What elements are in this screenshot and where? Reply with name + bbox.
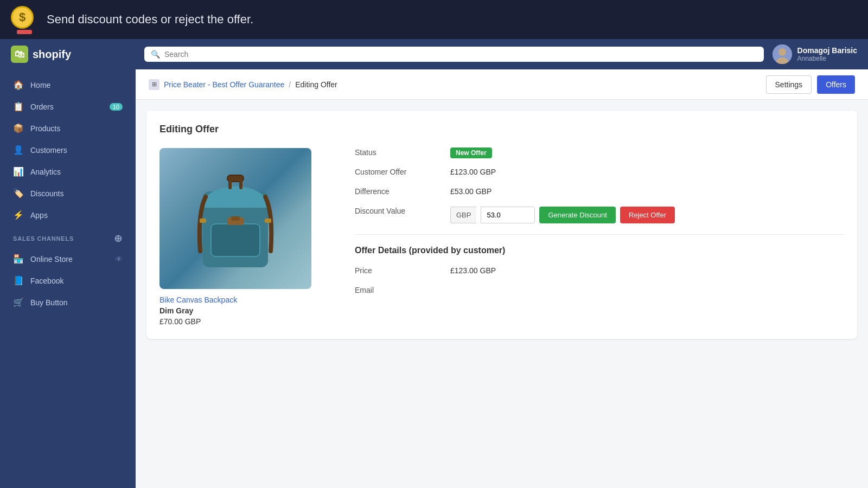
sidebar-label-customers: Customers — [30, 146, 67, 155]
discount-value-row: Discount Value GBP Generate Discount Rej… — [355, 207, 844, 223]
customer-offer-row: Customer Offer £123.00 GBP — [355, 168, 844, 176]
svg-rect-6 — [239, 179, 242, 189]
email-label: Email — [355, 286, 442, 294]
sidebar-item-buy-button[interactable]: 🛒 Buy Button — [4, 292, 131, 313]
sidebar-item-analytics[interactable]: 📊 Analytics — [4, 161, 131, 182]
currency-label: GBP — [450, 207, 476, 223]
product-price: £70.00 GBP — [159, 317, 333, 326]
sales-channels-label: SALES CHANNELS — [13, 235, 74, 242]
banner-text: Send discount codes or reject the offer. — [47, 12, 253, 27]
main-content: ⊞ Price Beater - Best Offer Guarantee / … — [136, 69, 868, 488]
analytics-icon: 📊 — [13, 166, 24, 177]
sales-channels-header: SALES CHANNELS ⊕ — [4, 226, 131, 248]
breadcrumb-bar: ⊞ Price Beater - Best Offer Guarantee / … — [136, 69, 868, 100]
eye-icon[interactable]: 👁 — [115, 255, 123, 264]
email-row: Email — [355, 286, 844, 294]
svg-rect-9 — [231, 216, 240, 221]
customers-icon: 👤 — [13, 145, 24, 155]
status-badge: New Offer — [450, 147, 492, 158]
discount-value-label: Discount Value — [355, 207, 442, 215]
details-section: Status New Offer Customer Offer £123.00 … — [355, 148, 844, 326]
sidebar-label-facebook: Facebook — [30, 277, 63, 285]
coin-icon: $ — [11, 6, 34, 29]
user-name: Domagoj Barisic — [797, 46, 857, 55]
product-image — [159, 148, 311, 289]
price-row: Price £123.00 GBP — [355, 266, 844, 275]
discounts-icon: 🏷️ — [13, 188, 24, 198]
status-label: Status — [355, 148, 442, 157]
offer-grid: Bike Canvas Backpack Dim Gray £70.00 GBP… — [159, 148, 844, 326]
breadcrumb-actions: Settings Offers — [766, 75, 855, 94]
customer-offer-value: £123.00 GBP — [450, 168, 496, 176]
breadcrumb: ⊞ Price Beater - Best Offer Guarantee / … — [149, 79, 337, 90]
status-value: New Offer — [450, 148, 492, 157]
main-layout: 🏠 Home 📋 Orders 10 📦 Products 👤 Customer… — [0, 69, 868, 488]
shopify-logo-text: shopify — [33, 48, 71, 61]
product-name[interactable]: Bike Canvas Backpack — [159, 296, 333, 304]
editing-offer-card: Editing Offer — [146, 111, 857, 339]
svg-rect-11 — [265, 219, 271, 223]
customer-offer-label: Customer Offer — [355, 168, 442, 176]
sidebar-item-facebook[interactable]: 📘 Facebook — [4, 270, 131, 291]
shopify-logo-icon: 🛍 — [11, 46, 28, 63]
sidebar-item-home[interactable]: 🏠 Home — [4, 74, 131, 95]
app-grid-icon: ⊞ — [149, 79, 159, 90]
user-details: Domagoj Barisic Annabelle — [797, 46, 857, 62]
user-info: Domagoj Barisic Annabelle — [773, 44, 857, 64]
offers-button[interactable]: Offers — [817, 75, 855, 94]
home-icon: 🏠 — [13, 80, 24, 90]
header: 🛍 shopify 🔍 Domagoj Barisic Annabelle — [0, 39, 868, 69]
sidebar-label-online-store: Online Store — [30, 255, 73, 264]
sidebar-label-products: Products — [30, 124, 60, 133]
settings-button[interactable]: Settings — [766, 75, 812, 94]
sidebar-label-home: Home — [30, 81, 50, 89]
shopify-logo: 🛍 shopify — [11, 46, 136, 63]
sidebar-label-buy-button: Buy Button — [30, 298, 68, 307]
user-subtitle: Annabelle — [797, 55, 857, 62]
search-bar[interactable]: 🔍 — [144, 47, 764, 62]
svg-rect-5 — [228, 179, 232, 189]
sidebar-item-apps[interactable]: ⚡ Apps — [4, 204, 131, 226]
svg-rect-7 — [211, 224, 260, 256]
breadcrumb-separator: / — [289, 80, 291, 89]
orders-icon: 📋 — [13, 101, 24, 112]
sidebar-item-products[interactable]: 📦 Products — [4, 118, 131, 139]
discount-input[interactable] — [481, 207, 535, 223]
sidebar-item-customers[interactable]: 👤 Customers — [4, 139, 131, 160]
price-label: Price — [355, 266, 442, 275]
search-input[interactable] — [164, 50, 757, 59]
product-variant: Dim Gray — [159, 306, 333, 315]
online-store-icon: 🏪 — [13, 254, 24, 264]
products-icon: 📦 — [13, 123, 24, 133]
svg-point-1 — [778, 48, 786, 56]
discount-input-group: GBP Generate Discount Reject Offer — [450, 207, 675, 223]
coin-stand — [17, 30, 32, 34]
product-section: Bike Canvas Backpack Dim Gray £70.00 GBP — [159, 148, 333, 326]
banner-icon: $ — [11, 6, 38, 33]
sidebar-item-online-store[interactable]: 🏪 Online Store 👁 — [4, 248, 131, 269]
divider — [355, 234, 844, 235]
avatar — [773, 44, 792, 64]
sidebar-label-orders: Orders — [30, 102, 54, 111]
sidebar-item-discounts[interactable]: 🏷️ Discounts — [4, 183, 131, 204]
sidebar-label-discounts: Discounts — [30, 189, 63, 198]
facebook-icon: 📘 — [13, 275, 24, 286]
generate-discount-button[interactable]: Generate Discount — [539, 207, 615, 223]
add-channel-icon[interactable]: ⊕ — [114, 233, 123, 245]
search-icon: 🔍 — [151, 50, 160, 59]
breadcrumb-app-name[interactable]: Price Beater - Best Offer Guarantee — [164, 80, 284, 89]
offer-details-title: Offer Details (provided by customer) — [355, 246, 844, 255]
buy-button-icon: 🛒 — [13, 297, 24, 307]
card-title: Editing Offer — [159, 124, 844, 135]
sidebar-label-analytics: Analytics — [30, 168, 61, 176]
difference-row: Difference £53.00 GBP — [355, 187, 844, 196]
sidebar: 🏠 Home 📋 Orders 10 📦 Products 👤 Customer… — [0, 69, 136, 488]
top-banner: $ Send discount codes or reject the offe… — [0, 0, 868, 39]
breadcrumb-current: Editing Offer — [295, 80, 337, 89]
sidebar-item-orders[interactable]: 📋 Orders 10 — [4, 96, 131, 117]
apps-icon: ⚡ — [13, 210, 24, 220]
reject-offer-button[interactable]: Reject Offer — [620, 207, 675, 223]
difference-value: £53.00 GBP — [450, 187, 492, 196]
orders-badge: 10 — [110, 103, 123, 111]
svg-rect-10 — [200, 219, 206, 223]
